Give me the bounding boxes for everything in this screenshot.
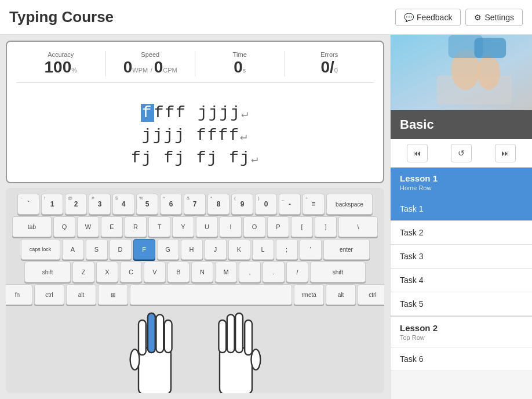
key-backspace[interactable]: backspace	[326, 194, 373, 215]
key-quote[interactable]: '	[300, 239, 322, 260]
key-minus[interactable]: _-	[279, 194, 301, 215]
key-u[interactable]: U	[196, 216, 218, 237]
task2-item[interactable]: Task 2	[391, 221, 532, 245]
speed-wpm-unit: WPM	[132, 67, 148, 74]
keyboard-row-qwerty: tab Q W E R T Y U I O P [ ] \	[12, 216, 378, 237]
lesson2-title: Lesson 2	[400, 323, 523, 333]
key-c[interactable]: C	[120, 262, 142, 282]
svg-point-16	[477, 55, 500, 90]
key-space[interactable]	[130, 284, 292, 305]
task6-item[interactable]: Task 6	[391, 347, 532, 371]
key-l[interactable]: L	[252, 239, 274, 260]
key-comma[interactable]: ,	[239, 262, 261, 282]
content-area: Accuracy 100% Speed 0WPM / 0CPM Time	[0, 35, 390, 399]
key-i[interactable]: I	[220, 216, 242, 237]
nav-refresh-button[interactable]: ↺	[451, 144, 472, 162]
key-g[interactable]: G	[157, 239, 179, 260]
key-capslock[interactable]: caps lock	[21, 239, 60, 260]
key-m[interactable]: M	[215, 262, 237, 282]
key-5[interactable]: %5	[136, 194, 158, 215]
nav-refresh-icon: ↺	[458, 148, 465, 158]
key-rbracket[interactable]: ]	[315, 216, 337, 237]
key-9[interactable]: (9	[231, 194, 253, 215]
nav-forward-button[interactable]: ⏭	[495, 144, 516, 162]
key-8[interactable]: *8	[207, 194, 229, 215]
lesson1-title: Lesson 1	[400, 173, 523, 183]
key-y[interactable]: Y	[172, 216, 194, 237]
speed-stat: Speed 0WPM / 0CPM	[106, 51, 196, 77]
task3-item[interactable]: Task 3	[391, 245, 532, 269]
key-4[interactable]: $4	[112, 194, 134, 215]
key-backslash[interactable]: \	[338, 216, 378, 237]
key-h[interactable]: H	[181, 239, 203, 260]
svg-rect-11	[218, 320, 226, 353]
svg-rect-10	[227, 314, 234, 353]
key-slash[interactable]: /	[286, 262, 308, 282]
key-alt-r[interactable]: alt	[326, 284, 356, 305]
lesson2-header: Lesson 2 Top Row	[391, 316, 532, 347]
task5-item[interactable]: Task 5	[391, 292, 532, 316]
svg-rect-4	[164, 320, 172, 353]
key-fn[interactable]: fn	[6, 284, 32, 305]
highlighted-char: f	[141, 104, 154, 122]
key-z[interactable]: Z	[72, 262, 94, 282]
key-ctrl-r[interactable]: ctrl	[358, 284, 384, 305]
key-rmeta[interactable]: rmeta	[294, 284, 324, 305]
key-tab[interactable]: tab	[12, 216, 52, 237]
key-0[interactable]: )0	[255, 194, 277, 215]
key-b[interactable]: B	[167, 262, 190, 282]
key-6[interactable]: ^6	[160, 194, 182, 215]
key-k[interactable]: K	[228, 239, 250, 260]
key-2[interactable]: @2	[65, 194, 87, 215]
key-f[interactable]: F	[133, 239, 155, 260]
key-s[interactable]: S	[86, 239, 108, 260]
settings-button[interactable]: ⚙ Settings	[465, 9, 523, 26]
key-tilde[interactable]: ~`	[17, 194, 39, 215]
key-7[interactable]: &7	[184, 194, 206, 215]
key-a[interactable]: A	[62, 239, 84, 260]
feedback-button[interactable]: 💬 Feedback	[395, 9, 461, 26]
nav-forward-icon: ⏭	[501, 148, 509, 158]
main-layout: Accuracy 100% Speed 0WPM / 0CPM Time	[0, 35, 532, 399]
key-d[interactable]: D	[110, 239, 132, 260]
feedback-icon: 💬	[404, 13, 414, 22]
svg-rect-9	[235, 313, 243, 353]
key-lbracket[interactable]: [	[291, 216, 313, 237]
nav-back-button[interactable]: ⏮	[407, 144, 428, 162]
key-r[interactable]: R	[125, 216, 147, 237]
key-n[interactable]: N	[191, 262, 213, 282]
accuracy-value: 100	[45, 58, 72, 76]
key-w[interactable]: W	[77, 216, 99, 237]
accuracy-stat: Accuracy 100%	[16, 51, 106, 77]
key-semicolon[interactable]: ;	[276, 239, 298, 260]
key-e[interactable]: E	[101, 216, 123, 237]
key-1[interactable]: !1	[41, 194, 63, 215]
key-x[interactable]: X	[96, 262, 118, 282]
keyboard-row-home: caps lock A S D F G H J K L ; ' enter	[12, 239, 378, 260]
key-t[interactable]: T	[148, 216, 170, 237]
svg-point-12	[251, 349, 260, 369]
key-o[interactable]: O	[243, 216, 265, 237]
key-3[interactable]: #3	[89, 194, 111, 215]
key-rshift[interactable]: shift	[310, 262, 366, 282]
key-equals[interactable]: +=	[303, 194, 325, 215]
key-lshift[interactable]: shift	[24, 262, 71, 282]
key-j[interactable]: J	[205, 239, 227, 260]
task1-item[interactable]: Task 1	[391, 197, 532, 221]
speed-cpm-unit: CPM	[163, 67, 177, 74]
svg-point-6	[130, 349, 139, 369]
key-period[interactable]: .	[263, 262, 285, 282]
key-enter[interactable]: enter	[323, 239, 370, 260]
key-meta[interactable]: ⊞	[98, 284, 128, 305]
keyboard: ~` !1 @2 #3 $4 %5 ^6 &7 *8 (9 )0 _- += b…	[6, 188, 384, 305]
task4-item[interactable]: Task 4	[391, 269, 532, 292]
key-alt-l[interactable]: alt	[66, 284, 96, 305]
key-ctrl-l[interactable]: ctrl	[34, 284, 64, 305]
svg-rect-5	[148, 313, 155, 353]
key-q[interactable]: Q	[53, 216, 75, 237]
key-p[interactable]: P	[267, 216, 289, 237]
typing-line-3: fj fj fj fj↵	[131, 149, 259, 167]
key-v[interactable]: V	[144, 262, 166, 282]
settings-icon: ⚙	[474, 13, 482, 22]
sidebar: Basic ⏮ ↺ ⏭ Lesson 1 Home Row Task 1 Tas…	[390, 35, 532, 399]
